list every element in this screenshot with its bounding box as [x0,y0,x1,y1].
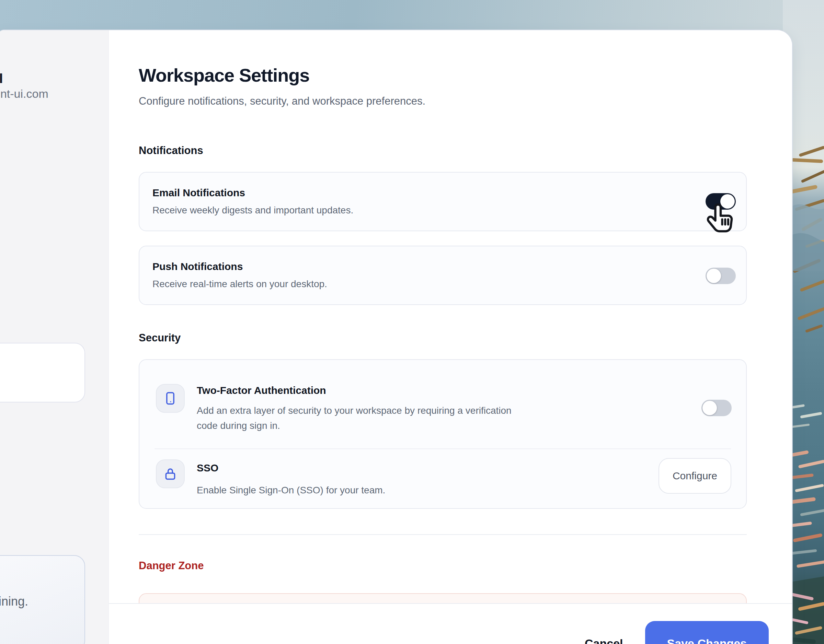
cancel-button[interactable]: Cancel [578,621,629,644]
two-factor-text: Two-Factor Authentication Add an extra l… [197,384,521,433]
section-divider [139,534,747,535]
push-notifications-toggle[interactable] [706,268,736,284]
settings-content: Workspace Settings Configure notificatio… [109,30,747,644]
sso-row: SSO Enable Single Sign-On (SSO) for your… [139,449,746,498]
workspace-domain: ent-ui.com [0,87,48,101]
settings-panel: Workspace Settings Configure notificatio… [109,30,792,644]
sidebar-usage-card: ining. [0,555,85,644]
security-card: Two-Factor Authentication Add an extra l… [139,359,747,509]
push-notifications-card: Push Notifications Receive real-time ale… [139,246,747,305]
usage-text: ining. [0,594,28,608]
sso-description: Enable Single Sign-On (SSO) for your tea… [197,483,385,498]
toggle-knob [707,269,721,283]
footer-bar: Cancel Save Changes [109,603,792,644]
email-notifications-toggle[interactable] [706,193,736,210]
two-factor-description: Add an extra layer of security to your w… [197,403,521,433]
smartphone-icon-tile [156,384,185,413]
danger-zone-heading: Danger Zone [139,559,747,573]
email-notifications-description: Receive weekly digests and important upd… [152,205,746,216]
lock-icon [163,467,177,481]
two-factor-row: Two-Factor Authentication Add an extra l… [139,360,746,433]
notifications-heading: Notifications [139,144,747,158]
toggle-knob [703,401,717,415]
toggle-knob [720,194,735,209]
two-factor-title: Two-Factor Authentication [197,384,521,397]
configure-sso-button[interactable]: Configure [658,458,731,494]
sso-title: SSO [197,462,385,474]
lock-icon-tile [156,459,185,488]
sso-text: SSO Enable Single Sign-On (SSO) for your… [197,459,385,498]
save-changes-button[interactable]: Save Changes [645,621,769,644]
smartphone-icon [163,391,177,406]
sidebar-card [0,343,85,402]
push-notifications-description: Receive real-time alerts on your desktop… [152,279,746,290]
email-notifications-title: Email Notifications [152,186,746,199]
workspace-name: UI [0,71,3,86]
push-notifications-title: Push Notifications [152,260,746,273]
email-notifications-card: Email Notifications Receive weekly diges… [139,172,747,231]
page-title: Workspace Settings [139,65,747,86]
two-factor-toggle[interactable] [701,400,732,416]
page-subtitle: Configure notifications, security, and w… [139,94,747,108]
sidebar: UI ent-ui.com ining. [0,30,109,644]
security-heading: Security [139,331,747,345]
settings-window: UI ent-ui.com ining. Workspace Settings … [0,30,792,644]
